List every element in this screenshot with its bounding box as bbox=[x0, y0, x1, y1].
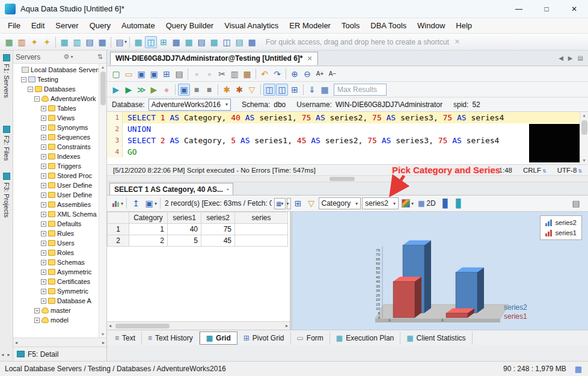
editor-vertical-scrollbar[interactable]: ▲ ▼ bbox=[580, 112, 588, 164]
sql-editor[interactable]: 1SELECT 1 AS Category, 40 AS series1, 75… bbox=[107, 112, 588, 165]
collapse-icon[interactable]: − bbox=[21, 77, 26, 82]
menu-help[interactable]: Help bbox=[450, 19, 477, 32]
layout-view-icon[interactable]: ▦ bbox=[246, 36, 258, 48]
panel-tab-servers[interactable]: F1: Servers bbox=[3, 54, 10, 98]
tree-item-rules[interactable]: +Rules bbox=[13, 229, 99, 238]
tree-item-testing[interactable]: −Testing bbox=[13, 75, 99, 84]
collapse-icon[interactable]: − bbox=[28, 87, 33, 92]
text-mode-icon[interactable]: ■ bbox=[191, 84, 203, 96]
zoom-out-icon[interactable]: ⊖ bbox=[301, 68, 313, 80]
tab-text-history[interactable]: ≡Text History bbox=[142, 331, 200, 345]
expand-icon[interactable]: + bbox=[41, 241, 46, 246]
column-header-series1[interactable]: series1 bbox=[168, 212, 201, 224]
fetch-size-combo[interactable]: ▾ bbox=[287, 198, 291, 209]
document-icon[interactable]: ▤ bbox=[114, 36, 126, 48]
tab-list-icon[interactable]: ▤ bbox=[578, 55, 583, 61]
tab-client-statistics[interactable]: ▦Client Statistics bbox=[400, 331, 472, 345]
font-decrease-icon[interactable]: A− bbox=[326, 68, 338, 80]
expand-icon[interactable]: + bbox=[41, 183, 46, 188]
maximize-button[interactable]: □ bbox=[533, 0, 560, 17]
font-increase-icon[interactable]: A+ bbox=[314, 68, 326, 80]
close-button[interactable]: ✕ bbox=[560, 0, 588, 17]
expand-icon[interactable]: + bbox=[41, 279, 46, 285]
grid-results-icon[interactable]: ▦ bbox=[132, 36, 144, 48]
schema-browser-icon[interactable]: ▦ bbox=[3, 36, 15, 48]
chart-style-dropdown-icon[interactable]: ▾ bbox=[121, 201, 123, 206]
copy-icon[interactable]: ▥ bbox=[228, 68, 240, 80]
menu-edit[interactable]: Edit bbox=[26, 19, 50, 32]
palette-dropdown-icon[interactable]: ▾ bbox=[411, 201, 414, 206]
palette-icon[interactable] bbox=[400, 197, 412, 209]
expand-icon[interactable]: + bbox=[41, 250, 46, 256]
tree-item-asymmetric[interactable]: +Asymmetric bbox=[13, 267, 99, 277]
row-number[interactable]: 2 bbox=[108, 235, 129, 247]
filter-icon[interactable]: ▽ bbox=[246, 84, 258, 96]
scrollbar-thumb[interactable] bbox=[581, 120, 587, 135]
detail-panel-bar[interactable]: F5: Detail bbox=[13, 347, 106, 361]
minimize-button[interactable]: — bbox=[505, 0, 533, 17]
chart-view-icon[interactable]: ▦ bbox=[183, 36, 195, 48]
editor-horizontal-scrollbar[interactable] bbox=[107, 176, 588, 182]
quick-access-close-icon[interactable]: ✕ bbox=[455, 38, 460, 46]
paste-icon[interactable]: ▦ bbox=[241, 68, 253, 80]
tree-item-triggers[interactable]: +Triggers bbox=[13, 161, 99, 171]
new-file-icon[interactable]: ▢ bbox=[110, 68, 122, 80]
execute-icon[interactable]: ▶ bbox=[110, 84, 122, 96]
tab-form[interactable]: ▭Form bbox=[291, 331, 330, 345]
menu-query-builder[interactable]: Query Builder bbox=[161, 19, 219, 32]
dimension-toggle[interactable]: ▦ 2D bbox=[415, 198, 439, 209]
expand-icon[interactable]: + bbox=[41, 144, 46, 150]
tree-item-symmetric[interactable]: +Symmetric bbox=[13, 286, 99, 296]
execute-edit-icon[interactable]: ▶ bbox=[123, 84, 135, 96]
sidebar-horizontal-scrollbar[interactable]: ◂ ▸ bbox=[13, 337, 106, 347]
tree-item-roles[interactable]: +Roles bbox=[13, 248, 99, 257]
expand-icon[interactable]: + bbox=[41, 125, 46, 131]
document-tab[interactable]: WIN-DIE60G8JDJ7\Administrator@Testing [U… bbox=[110, 52, 318, 65]
redo-icon[interactable]: ↷ bbox=[271, 68, 283, 80]
tree-item-sequences[interactable]: +Sequences bbox=[13, 132, 99, 142]
export-tool-icon[interactable]: ▤ bbox=[84, 36, 96, 48]
expand-icon[interactable]: + bbox=[41, 193, 46, 198]
undo-icon[interactable]: ↶ bbox=[259, 68, 271, 80]
scroll-left-icon[interactable]: ◂ bbox=[109, 323, 111, 328]
database-select[interactable]: AdventureWorks2016 ▾ bbox=[149, 99, 231, 111]
save-results-dropdown-icon[interactable]: ▾ bbox=[155, 201, 157, 206]
scroll-down-icon[interactable]: ▼ bbox=[583, 157, 585, 164]
scrollbar-thumb[interactable] bbox=[115, 324, 170, 328]
tree-item-model[interactable]: +model bbox=[13, 315, 99, 325]
scroll-right-icon[interactable]: ▸ bbox=[286, 323, 288, 328]
tab-grid[interactable]: ▦Grid bbox=[200, 331, 237, 345]
stop-icon[interactable]: ● bbox=[161, 84, 173, 96]
stats-view-icon[interactable]: ◫ bbox=[221, 36, 233, 48]
table-row[interactable]: 22545 bbox=[108, 235, 288, 247]
save-all-icon[interactable]: ⊞ bbox=[161, 68, 173, 80]
column-header-series2[interactable]: series2 bbox=[201, 212, 235, 224]
cut-icon[interactable]: ✂ bbox=[216, 68, 228, 80]
chart-settings-icon[interactable]: ▤ bbox=[570, 197, 582, 209]
sidebar-vertical-scrollbar[interactable]: ▲ ▼ bbox=[99, 64, 106, 337]
menu-visual-analytics[interactable]: Visual Analytics bbox=[219, 19, 284, 32]
split-horizontal-icon[interactable]: ◫ bbox=[263, 84, 275, 96]
tree-item-assemblies[interactable]: +Assemblies bbox=[13, 200, 99, 209]
tree-item-adventurework[interactable]: −AdventureWork bbox=[13, 94, 99, 103]
grid-cell[interactable]: 1 bbox=[129, 224, 168, 235]
scroll-up-icon[interactable]: ▲ bbox=[101, 64, 105, 70]
menu-automate[interactable]: Automate bbox=[116, 19, 161, 32]
expand-icon[interactable]: + bbox=[41, 221, 46, 227]
column-header-series[interactable]: series bbox=[235, 212, 288, 224]
expand-icon[interactable]: + bbox=[41, 212, 46, 217]
scroll-down-icon[interactable]: ▼ bbox=[101, 331, 105, 337]
stacked-bar-icon[interactable]: ▊ bbox=[453, 197, 465, 209]
expand-icon[interactable]: + bbox=[41, 154, 46, 159]
expand-icon[interactable]: + bbox=[41, 270, 46, 275]
legend-item-series2[interactable]: series2 bbox=[545, 219, 577, 226]
legend-item-series1[interactable]: series1 bbox=[545, 229, 577, 236]
line-ending-selector[interactable]: CRLF⇅ bbox=[523, 167, 547, 174]
results-grid[interactable]: Categoryseries1series2series11407522545 bbox=[107, 212, 288, 247]
select-block-icon[interactable]: ▫ bbox=[191, 68, 203, 80]
tab-pivot-grid[interactable]: ⊞Pivot Grid bbox=[237, 331, 291, 345]
scrollbar-thumb[interactable] bbox=[100, 72, 106, 105]
menu-query[interactable]: Query bbox=[84, 19, 116, 32]
document-icon-dropdown[interactable]: ▾ bbox=[124, 39, 127, 45]
tab-execution-plan[interactable]: ▦Execution Plan bbox=[330, 331, 400, 345]
